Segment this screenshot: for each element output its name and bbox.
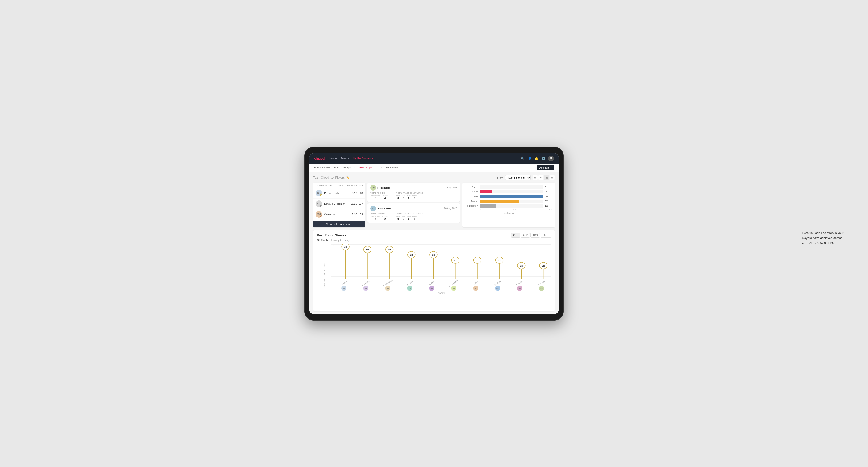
player-score: 18/20 <box>350 203 357 205</box>
x-label-400: 400 <box>549 209 552 211</box>
player-name: Richard Butler <box>324 192 341 195</box>
show-label: Show <box>497 176 503 179</box>
col-pb-score: PB SCORE <box>338 184 350 187</box>
people-icon[interactable]: 👤 <box>528 157 532 160</box>
player-avatar-billingham: DB <box>385 286 390 291</box>
search-icon[interactable]: 🔍 <box>521 157 525 160</box>
ott-value: 0 <box>398 217 399 220</box>
player-col-coles: J. Coles JC <box>400 282 419 291</box>
practice-values: OTT 0 APP 0 ARG 0 <box>396 215 423 220</box>
player-col-butler: R. Butler RBu <box>510 282 529 291</box>
svg-text:5x: 5x <box>410 253 413 256</box>
streaks-subtitle: Off The Tee, Fairway Accuracy <box>317 239 551 242</box>
team-header: Team Clippd | 14 Players ✏️ Show Last 3 … <box>313 175 555 180</box>
arg-value: 0 <box>408 217 409 220</box>
app-value: 0 <box>403 197 404 199</box>
streaks-header: Best Round Streaks OTT APP ARG PUTT <box>317 233 551 238</box>
svg-text:5x: 5x <box>432 253 435 256</box>
bar-value-pars: 499 <box>545 195 552 198</box>
avatar: CM 3 <box>316 211 322 218</box>
practice-stat: Practice 4 <box>382 195 389 199</box>
list-view-button[interactable]: ≡ <box>538 175 544 180</box>
streak-tab-ott[interactable]: OTT <box>511 233 520 238</box>
player-row[interactable]: EC 2 Edward Crossman 18/20 107 <box>313 198 365 209</box>
avatar: EC 2 <box>316 200 322 207</box>
player-avatar-miller: MM <box>495 286 500 291</box>
bar-fill <box>479 199 519 203</box>
player-info: RB 1 Richard Butler <box>316 190 349 196</box>
settings-icon[interactable]: ⚙️ <box>541 157 545 160</box>
sub-nav-pgat[interactable]: PGAT Players <box>314 164 331 171</box>
player-info: EC 2 Edward Crossman <box>316 200 349 207</box>
streak-tab-app[interactable]: APP <box>521 233 530 238</box>
player-row[interactable]: CM 3 Cameron... 17/20 103 <box>313 209 365 220</box>
total-rounds-label: Total Rounds <box>370 192 389 194</box>
practice-activities-block: Total Practice Activities OTT 0 APP 0 <box>396 213 423 220</box>
arg-value: 0 <box>408 197 409 199</box>
col-pb-avg: PB AVG SQ <box>350 184 363 187</box>
time-filter-select[interactable]: Last 3 months Last 6 months Last year <box>505 175 531 180</box>
player-avatar-coles: JC <box>407 286 412 291</box>
sub-nav-hcaps[interactable]: Hcaps 1-5 <box>343 164 355 171</box>
edit-icon[interactable]: ✏️ <box>346 176 349 179</box>
table-view-button[interactable]: ⊟ <box>550 175 555 180</box>
nav-home[interactable]: Home <box>329 156 337 161</box>
nav-my-performance[interactable]: My Performance <box>352 156 373 161</box>
tournament-value: 8 <box>375 197 376 199</box>
player-avg: 103 <box>359 213 363 216</box>
player-row[interactable]: RB 1 Richard Butler 19/20 110 <box>313 188 365 198</box>
sub-nav-pga[interactable]: PGA <box>334 164 340 171</box>
total-rounds-block: Total Rounds Tournament 7 Practice 2 <box>370 213 389 220</box>
rank-badge: 2 <box>320 205 322 207</box>
players-row: E. Ebert EE B. McHerg BM D. Billingham D… <box>331 282 551 291</box>
sub-nav-team-clippd[interactable]: Team Clippd <box>359 164 373 171</box>
player-info: CM 3 Cameron... <box>316 211 349 218</box>
player-card-date: 02 Sep 2023 <box>444 186 457 189</box>
ott-stat: OTT 0 <box>396 195 400 199</box>
putt-value: 1 <box>414 217 415 220</box>
streak-tab-arg[interactable]: ARG <box>530 233 540 238</box>
col-player-name: PLAYER NAME <box>316 184 338 187</box>
y-axis-label-container: Best Streak, Fairway Accuracy <box>317 244 331 308</box>
chart-footer: Total Shots <box>465 212 552 214</box>
nav-teams[interactable]: Teams <box>341 156 349 161</box>
putt-stat: PUTT 0 <box>412 195 417 199</box>
player-card-avatar: RB <box>370 185 376 191</box>
tournament-stat: Tournament 7 <box>370 215 380 220</box>
bar-track <box>479 195 544 198</box>
player-card-header: RB Rees Britt 02 Sep 2023 <box>370 185 457 191</box>
bar-value-bogeys: 311 <box>545 200 552 203</box>
sub-nav-tour[interactable]: Tour <box>377 164 382 171</box>
dot-plot-container: Best Streak, Fairway Accuracy 7 <box>317 244 551 308</box>
player-score: 17/20 <box>350 213 357 216</box>
streak-tab-putt[interactable]: PUTT <box>540 233 551 238</box>
view-leaderboard-button[interactable]: View Full Leaderboard <box>313 221 365 227</box>
player-avatar-crossman: EC <box>451 286 456 291</box>
grid-area: 7 <box>331 244 551 282</box>
tournament-value: 7 <box>375 217 376 220</box>
add-team-button[interactable]: Add Team <box>536 165 554 170</box>
rounds-values: Tournament 8 Practice 4 <box>370 195 389 199</box>
streak-tabs: OTT APP ARG PUTT <box>511 233 551 238</box>
player-avatar-butler: RBu <box>517 286 522 291</box>
practice-value: 4 <box>384 197 386 199</box>
chart-area: 7 <box>331 244 551 308</box>
ott-value: 0 <box>398 197 399 199</box>
three-column-layout: PLAYER NAME PB SCORE PB AVG SQ RB 1 Rich… <box>313 183 555 227</box>
show-controls: Show Last 3 months Last 6 months Last ye… <box>497 175 555 180</box>
user-avatar[interactable]: U <box>548 156 554 161</box>
player-card-josh-coles: JC Josh Coles 26 Aug 2023 Total Rounds T… <box>368 203 460 223</box>
bar-fill <box>479 185 480 189</box>
card-view-button[interactable]: ▦ <box>544 175 549 180</box>
y-axis-label: Best Streak, Fairway Accuracy <box>323 263 325 289</box>
bell-icon[interactable]: 🔔 <box>534 157 538 160</box>
practice-stat: Practice 2 <box>382 215 389 220</box>
tournament-stat: Tournament 8 <box>370 195 380 199</box>
bar-label-pars: Pars <box>465 195 478 198</box>
bar-fill <box>479 204 496 208</box>
sub-nav: PGAT Players PGA Hcaps 1-5 Team Clippd T… <box>309 164 559 172</box>
grid-view-button[interactable]: ⊞ <box>533 175 538 180</box>
sub-nav-all-players[interactable]: All Players <box>386 164 398 171</box>
player-avatar-ebert: EE <box>341 286 346 291</box>
rank-badge: 1 <box>320 194 322 196</box>
